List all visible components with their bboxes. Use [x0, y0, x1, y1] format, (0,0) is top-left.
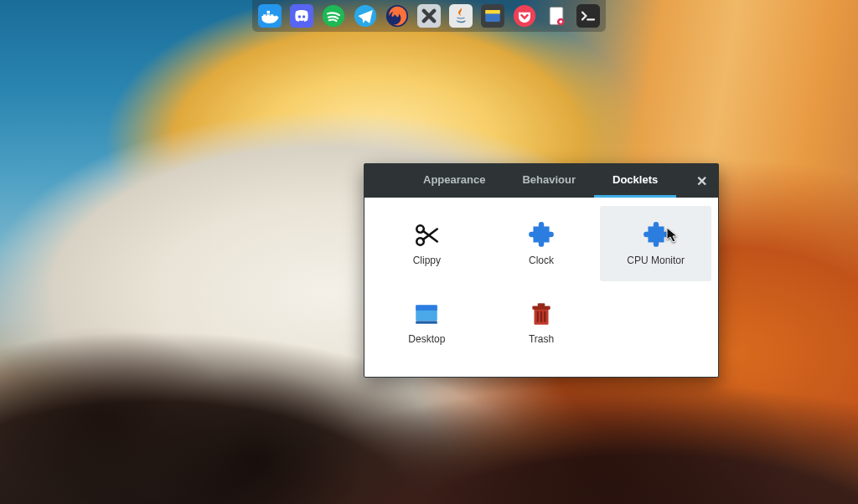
dock-item-spotify[interactable] [319, 2, 348, 30]
spotify-icon [322, 4, 345, 28]
dock-item-terminal[interactable] [574, 2, 602, 30]
top-dock [252, 0, 606, 32]
svg-rect-15 [485, 10, 500, 13]
svg-rect-24 [416, 305, 438, 310]
svg-point-19 [560, 20, 563, 23]
dock-item-java[interactable] [447, 2, 475, 30]
svg-point-7 [302, 15, 306, 18]
dock-item-discord[interactable] [287, 2, 316, 30]
files-icon [481, 4, 504, 28]
svg-rect-20 [576, 4, 600, 28]
scissors-icon [412, 221, 441, 249]
tab-behaviour[interactable]: Behaviour [504, 164, 594, 198]
docklet-clock[interactable]: Clock [486, 206, 597, 281]
puzzle-icon [642, 221, 670, 249]
trash-icon [527, 300, 556, 328]
dock-item-files[interactable] [478, 2, 507, 30]
prefs-tabs: Appearance Behaviour Docklets [405, 164, 676, 198]
document-icon [545, 4, 568, 28]
docklet-cpu-monitor[interactable]: CPU Monitor [600, 206, 711, 281]
terminal-icon [576, 4, 600, 28]
docklet-label: Clock [529, 255, 554, 266]
pocket-icon [513, 4, 536, 28]
dock-item-unknown-x[interactable] [415, 2, 443, 30]
discord-icon [290, 4, 313, 28]
dock-item-pocket[interactable] [510, 2, 539, 30]
desktop-icon [412, 300, 441, 328]
svg-rect-4 [267, 11, 271, 14]
prefs-header: Appearance Behaviour Docklets ✕ [364, 164, 718, 198]
svg-rect-28 [538, 303, 545, 306]
docker-icon [258, 4, 282, 28]
java-icon [449, 4, 473, 28]
firefox-icon [385, 4, 409, 28]
telegram-icon [354, 4, 377, 28]
svg-rect-25 [416, 321, 438, 324]
puzzle-icon [527, 221, 556, 249]
docklet-desktop[interactable]: Desktop [371, 285, 483, 360]
close-button[interactable]: ✕ [685, 164, 718, 198]
svg-rect-12 [449, 4, 473, 28]
dock-item-document[interactable] [542, 2, 571, 30]
svg-point-6 [298, 15, 302, 18]
docklet-label: Clippy [413, 255, 441, 266]
tab-docklets[interactable]: Docklets [594, 164, 676, 198]
dock-item-firefox[interactable] [383, 2, 411, 30]
docklet-trash[interactable]: Trash [486, 285, 597, 360]
docklets-grid: Clippy Clock CPU Monitor Desktop Trash [364, 198, 718, 368]
docklet-clippy[interactable]: Clippy [371, 206, 483, 281]
docklet-label: Desktop [408, 333, 445, 345]
tab-appearance[interactable]: Appearance [405, 164, 504, 198]
dock-item-docker[interactable] [256, 2, 284, 30]
docklet-label: CPU Monitor [627, 255, 685, 266]
unknown-x-icon [417, 4, 441, 28]
dock-preferences-window: Appearance Behaviour Docklets ✕ Clippy C… [364, 163, 719, 378]
dock-item-telegram[interactable] [351, 2, 380, 30]
docklet-label: Trash [529, 333, 554, 345]
